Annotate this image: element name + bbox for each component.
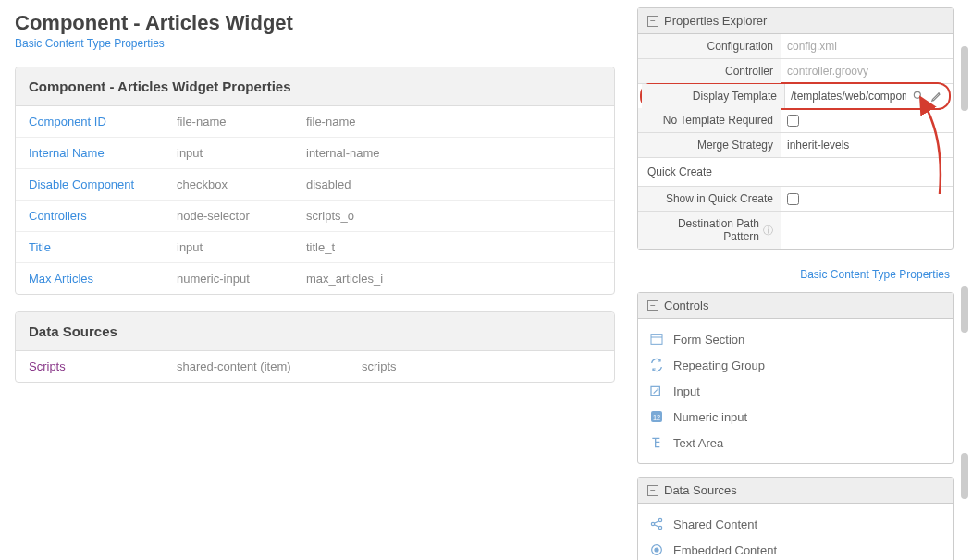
no-template-required-label: No Template Required bbox=[638, 108, 781, 132]
property-row[interactable]: Component ID file-name file-name bbox=[16, 106, 614, 138]
repeating-group-icon bbox=[649, 358, 664, 372]
property-var: file-name bbox=[306, 115, 601, 128]
property-row[interactable]: Controllers node-selector scripts_o bbox=[16, 201, 614, 232]
property-row[interactable]: Title input title_t bbox=[16, 232, 614, 263]
properties-explorer-title: Properties Explorer bbox=[664, 14, 767, 28]
configuration-label: Configuration bbox=[638, 34, 781, 58]
embedded-content-icon bbox=[649, 542, 664, 557]
left-panel: Component - Articles Widget Basic Conten… bbox=[0, 0, 630, 560]
datasource-var: scripts bbox=[362, 359, 601, 373]
datasources-header[interactable]: − Data Sources bbox=[638, 478, 953, 504]
svg-point-0 bbox=[914, 91, 920, 98]
pencil-icon[interactable] bbox=[930, 90, 943, 103]
svg-rect-2 bbox=[651, 335, 662, 345]
page-title: Component - Articles Widget bbox=[15, 11, 615, 35]
property-var: scripts_o bbox=[306, 209, 601, 223]
no-template-required-row: No Template Required bbox=[638, 108, 953, 133]
datasources-title: Data Sources bbox=[664, 483, 737, 497]
svg-point-13 bbox=[655, 548, 658, 552]
property-type: input bbox=[177, 146, 306, 160]
control-form-section[interactable]: Form Section bbox=[647, 326, 943, 352]
destination-path-pattern-label: Destination Path Pattern ⓘ bbox=[638, 212, 781, 249]
quick-create-label: Quick Create bbox=[638, 158, 953, 187]
destination-path-pattern-row: Destination Path Pattern ⓘ bbox=[638, 212, 953, 249]
scrollbar[interactable] bbox=[961, 286, 968, 333]
property-row[interactable]: Disable Component checkbox disabled bbox=[16, 169, 614, 201]
controls-title: Controls bbox=[664, 298, 708, 312]
controls-header[interactable]: − Controls bbox=[638, 293, 953, 319]
merge-strategy-row: Merge Strategy bbox=[638, 133, 953, 158]
basic-content-type-properties-link-right[interactable]: Basic Content Type Properties bbox=[637, 262, 954, 292]
controls-panel: − Controls Form Section Repeating Group … bbox=[637, 292, 954, 464]
datasource-row[interactable]: Scripts shared-content (item) scripts bbox=[16, 351, 614, 382]
property-type: file-name bbox=[177, 115, 306, 128]
control-input[interactable]: Input bbox=[647, 378, 943, 404]
property-label: Max Articles bbox=[29, 272, 177, 286]
controller-input[interactable] bbox=[787, 63, 947, 79]
right-panel: − Properties Explorer Configuration Cont… bbox=[630, 0, 972, 560]
property-type: checkbox bbox=[177, 177, 306, 191]
text-area-icon bbox=[649, 435, 664, 450]
svg-line-11 bbox=[654, 525, 658, 528]
show-in-quick-create-checkbox[interactable] bbox=[787, 193, 799, 205]
property-var: disabled bbox=[306, 177, 601, 191]
scrollbar[interactable] bbox=[961, 46, 968, 111]
property-var: max_articles_i bbox=[306, 272, 601, 286]
property-type: input bbox=[177, 240, 306, 254]
datasource-embedded-content[interactable]: Embedded Content bbox=[647, 537, 943, 560]
control-text-area[interactable]: Text Area bbox=[647, 430, 943, 456]
merge-strategy-input[interactable] bbox=[787, 137, 947, 153]
property-label: Internal Name bbox=[29, 146, 177, 160]
display-template-row: Display Template bbox=[640, 82, 951, 110]
control-repeating-group[interactable]: Repeating Group bbox=[647, 352, 943, 378]
property-type: node-selector bbox=[177, 209, 306, 223]
input-icon bbox=[649, 383, 664, 398]
shared-content-icon bbox=[649, 517, 664, 531]
property-var: internal-name bbox=[306, 146, 601, 160]
datasources-panel: − Data Sources Shared Content Embedded C… bbox=[637, 477, 954, 560]
svg-line-10 bbox=[654, 521, 658, 524]
help-icon[interactable]: ⓘ bbox=[763, 224, 773, 237]
numeric-input-icon: 12 bbox=[649, 409, 664, 424]
properties-explorer-header[interactable]: − Properties Explorer bbox=[638, 8, 953, 34]
datasources-card: Data Sources Scripts shared-content (ite… bbox=[15, 311, 615, 383]
merge-strategy-label: Merge Strategy bbox=[638, 133, 781, 157]
no-template-required-checkbox[interactable] bbox=[787, 115, 799, 127]
configuration-row: Configuration bbox=[638, 34, 953, 59]
properties-explorer-panel: − Properties Explorer Configuration Cont… bbox=[637, 7, 954, 250]
collapse-icon[interactable]: − bbox=[647, 300, 658, 311]
destination-path-pattern-input[interactable] bbox=[787, 222, 947, 238]
svg-text:12: 12 bbox=[653, 413, 660, 421]
datasource-shared-content[interactable]: Shared Content bbox=[647, 511, 943, 537]
show-in-quick-create-row: Show in Quick Create bbox=[638, 187, 953, 212]
datasources-card-title: Data Sources bbox=[16, 312, 614, 351]
datasource-label: Scripts bbox=[29, 359, 177, 373]
properties-card-title: Component - Articles Widget Properties bbox=[16, 67, 614, 106]
svg-line-1 bbox=[919, 97, 922, 100]
property-row[interactable]: Max Articles numeric-input max_articles_… bbox=[16, 263, 614, 294]
search-icon[interactable] bbox=[912, 90, 925, 103]
property-var: title_t bbox=[306, 240, 601, 254]
property-label: Title bbox=[29, 240, 177, 254]
property-label: Controllers bbox=[29, 209, 177, 223]
scrollbar[interactable] bbox=[961, 453, 968, 499]
display-template-label: Display Template bbox=[642, 84, 785, 108]
collapse-icon[interactable]: − bbox=[647, 16, 658, 27]
property-row[interactable]: Internal Name input internal-name bbox=[16, 138, 614, 169]
datasource-type: shared-content (item) bbox=[177, 359, 362, 373]
form-section-icon bbox=[649, 332, 664, 347]
collapse-icon[interactable]: − bbox=[647, 485, 658, 496]
properties-card: Component - Articles Widget Properties C… bbox=[15, 67, 615, 295]
controller-row: Controller bbox=[638, 59, 953, 84]
property-type: numeric-input bbox=[177, 272, 306, 286]
controller-label: Controller bbox=[638, 59, 781, 83]
show-in-quick-create-label: Show in Quick Create bbox=[638, 187, 781, 211]
configuration-input[interactable] bbox=[787, 38, 947, 55]
property-label: Component ID bbox=[29, 115, 177, 128]
property-label: Disable Component bbox=[29, 177, 177, 191]
control-numeric-input[interactable]: 12 Numeric input bbox=[647, 404, 943, 430]
basic-content-type-properties-link[interactable]: Basic Content Type Properties bbox=[15, 37, 615, 50]
